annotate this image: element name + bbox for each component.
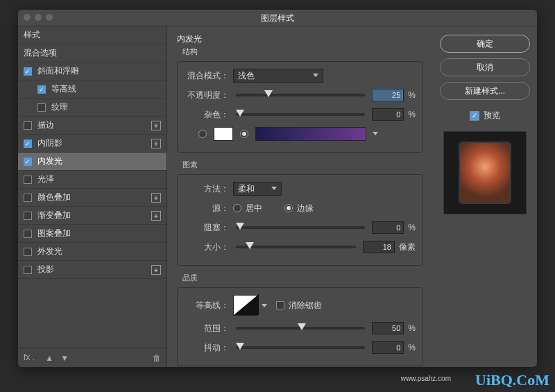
sidebar-item-contour[interactable]: 等高线 xyxy=(18,80,166,99)
sidebar-item-innerglow[interactable]: 内发光 xyxy=(18,153,166,171)
checkbox-icon[interactable] xyxy=(24,212,32,220)
contour-picker[interactable] xyxy=(233,295,258,316)
ok-button[interactable]: 确定 xyxy=(440,35,530,53)
fx-icon[interactable]: fx﹒ xyxy=(24,352,38,364)
source-center-radio[interactable] xyxy=(233,204,241,212)
choke-slider[interactable] xyxy=(236,226,365,229)
minimize-icon[interactable] xyxy=(35,14,42,21)
new-style-button[interactable]: 新建样式... xyxy=(440,82,530,100)
sidebar-item-satin[interactable]: 光泽 xyxy=(18,171,166,189)
sidebar-item-coloroverlay[interactable]: 颜色叠加+ xyxy=(18,189,166,207)
checkbox-icon[interactable] xyxy=(24,230,32,238)
choke-label: 阻塞： xyxy=(185,222,229,234)
add-icon[interactable]: + xyxy=(151,211,161,221)
range-input[interactable]: 50 xyxy=(372,322,404,334)
source-field: 源： 居中 边缘 xyxy=(185,200,416,216)
window-traffic-lights xyxy=(24,14,53,21)
chevron-down-icon xyxy=(373,132,378,135)
slider-thumb-icon[interactable] xyxy=(236,223,244,230)
checkbox-icon[interactable] xyxy=(24,266,32,274)
label: 等高线 xyxy=(51,83,76,95)
chevron-down-icon xyxy=(271,187,277,190)
arrow-up-icon[interactable]: ▲ xyxy=(45,353,53,363)
preview-toggle[interactable]: 预览 xyxy=(470,110,500,121)
jitter-unit: % xyxy=(408,343,416,352)
solid-color-radio[interactable] xyxy=(198,130,207,138)
choke-field: 阻塞： 0 % xyxy=(185,219,416,236)
quality-heading: 品质 xyxy=(182,273,423,283)
source-edge-radio[interactable] xyxy=(284,204,293,212)
source-center-label: 居中 xyxy=(246,203,262,214)
sidebar-item-dropshadow[interactable]: 投影+ xyxy=(18,261,166,279)
value: 柔和 xyxy=(238,183,255,195)
preview-label: 预览 xyxy=(484,110,500,121)
sidebar-item-patternoverlay[interactable]: 图案叠加 xyxy=(18,225,166,243)
technique-select[interactable]: 柔和 xyxy=(233,182,282,196)
slider-thumb-icon[interactable] xyxy=(236,110,244,117)
size-input[interactable]: 18 xyxy=(363,241,395,253)
slider-thumb-icon[interactable] xyxy=(246,242,254,249)
blendmode-select[interactable]: 浅色 xyxy=(233,69,323,83)
add-icon[interactable]: + xyxy=(151,193,161,203)
checkbox-icon[interactable] xyxy=(37,85,46,94)
checkbox-icon[interactable] xyxy=(24,67,32,76)
gradient-radio[interactable] xyxy=(240,130,248,138)
arrow-down-icon[interactable]: ▼ xyxy=(60,353,69,363)
trash-icon[interactable]: 🗑 xyxy=(153,353,161,363)
choke-input[interactable]: 0 xyxy=(372,221,404,234)
slider-thumb-icon[interactable] xyxy=(236,343,244,350)
jitter-slider[interactable] xyxy=(236,346,365,349)
preview-thumbnail xyxy=(460,143,510,203)
value: 浅色 xyxy=(238,70,255,82)
gradient-picker[interactable] xyxy=(255,127,366,141)
cancel-button[interactable]: 取消 xyxy=(440,58,530,76)
choke-unit: % xyxy=(408,223,416,232)
checkbox-icon[interactable] xyxy=(24,139,32,148)
antialias-checkbox[interactable] xyxy=(276,301,284,309)
zoom-icon[interactable] xyxy=(46,14,53,21)
opacity-slider[interactable] xyxy=(236,94,365,96)
label: 斜面和浮雕 xyxy=(37,65,79,77)
range-unit: % xyxy=(408,323,416,333)
noise-input[interactable]: 0 xyxy=(372,108,404,121)
sidebar-footer: fx﹒ ▲ ▼ 🗑 xyxy=(18,348,166,367)
noise-field: 杂色： 0 % xyxy=(185,106,416,123)
dialog-content: 样式 混合选项 斜面和浮雕 等高线 纹理 描边+ 内阴影+ 内发光 光泽 颜色叠… xyxy=(18,26,537,367)
checkbox-icon[interactable] xyxy=(37,103,46,112)
watermark-small: www.psahz.com xyxy=(401,375,451,382)
sidebar-item-stroke[interactable]: 描边+ xyxy=(18,117,166,135)
add-icon[interactable]: + xyxy=(151,265,161,275)
slider-thumb-icon[interactable] xyxy=(264,90,273,97)
add-icon[interactable]: + xyxy=(151,121,161,130)
slider-thumb-icon[interactable] xyxy=(298,323,306,330)
label: 内发光 xyxy=(37,155,62,167)
close-icon[interactable] xyxy=(24,14,31,21)
sidebar-item-bevel[interactable]: 斜面和浮雕 xyxy=(18,62,166,80)
checkbox-icon[interactable] xyxy=(24,176,32,184)
checkbox-icon[interactable] xyxy=(470,111,479,121)
sidebar-item-gradientoverlay[interactable]: 渐变叠加+ xyxy=(18,207,166,225)
label: 光泽 xyxy=(37,173,54,185)
sidebar-item-outerglow[interactable]: 外发光 xyxy=(18,243,166,261)
label: 纹理 xyxy=(51,101,68,113)
label: 投影 xyxy=(37,264,54,275)
checkbox-icon[interactable] xyxy=(24,157,32,166)
size-slider[interactable] xyxy=(236,246,356,248)
structure-heading: 结构 xyxy=(182,46,423,57)
opacity-input[interactable]: 25 xyxy=(372,89,404,101)
range-slider[interactable] xyxy=(236,327,365,330)
label: 样式 xyxy=(24,29,40,41)
color-swatch[interactable] xyxy=(214,127,233,141)
add-icon[interactable]: + xyxy=(151,139,161,148)
checkbox-icon[interactable] xyxy=(24,121,32,130)
range-label: 范围： xyxy=(185,323,229,334)
sidebar-header-styles[interactable]: 样式 xyxy=(18,26,166,44)
checkbox-icon[interactable] xyxy=(24,194,32,202)
sidebar-header-blending[interactable]: 混合选项 xyxy=(18,44,166,62)
sidebar-item-texture[interactable]: 纹理 xyxy=(18,99,166,117)
noise-slider[interactable] xyxy=(236,113,365,116)
jitter-input[interactable]: 0 xyxy=(372,341,404,354)
checkbox-icon[interactable] xyxy=(24,248,32,256)
sidebar-item-innershadow[interactable]: 内阴影+ xyxy=(18,135,166,153)
blendmode-label: 混合模式： xyxy=(185,70,229,82)
